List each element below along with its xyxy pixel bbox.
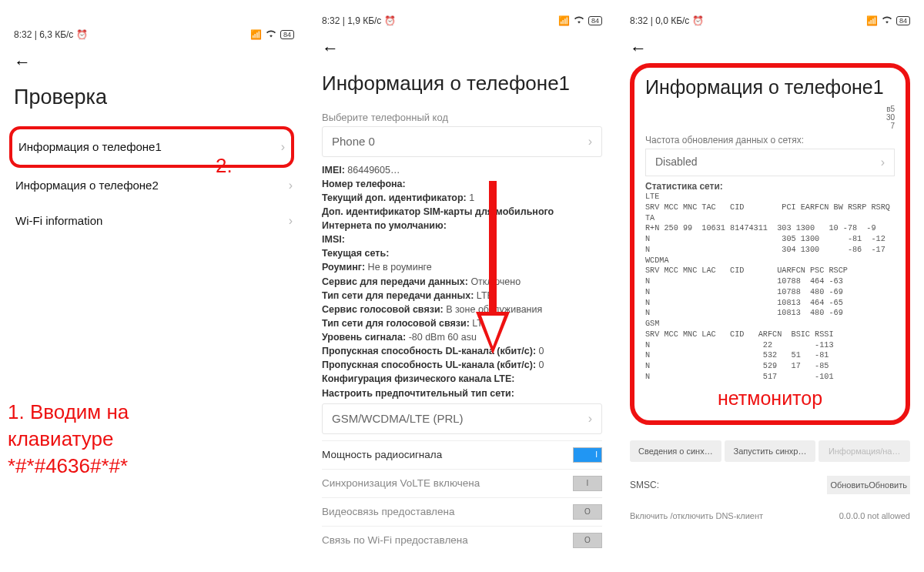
chevron-right-icon: ›	[881, 156, 885, 169]
refresh-frequency-label: Частота обновления данных о сетях:	[645, 135, 895, 146]
dns-status-value: 0.0.0.0 not allowed	[839, 511, 910, 520]
toggle-switch[interactable]: O	[573, 533, 602, 548]
toggle-row: Связь по Wi-Fi предоставленаO	[322, 526, 602, 554]
smsc-update-button[interactable]: ОбновитьОбновить	[827, 476, 910, 494]
list-item-phone-info-1[interactable]: Информация о телефоне1 ›	[17, 129, 286, 165]
status-time-speed: 8:32 | 0,0 КБ/с	[630, 15, 689, 26]
annotation-step-1: 1. Вводим на клавиатуре *#*#4636#*#*	[8, 399, 129, 480]
info-line: Пропускная способность UL-канала (кбит/с…	[322, 358, 602, 372]
select-value: Disabled	[655, 156, 697, 169]
alarm-icon: ⏰	[384, 15, 396, 26]
signal-icon: 📶	[250, 29, 262, 40]
sync-button-row: Сведения о синх… Запустить синхр… Информ…	[630, 440, 910, 462]
annotation-netmonitor: нетмонитор	[645, 387, 895, 410]
info-line: Тип сети для голосовой связи: LTE	[322, 316, 602, 330]
list-item-label: Wi-Fi information	[15, 214, 102, 227]
highlight-box-step-2: Информация о телефоне1 ›	[9, 126, 294, 168]
select-value: Phone 0	[332, 135, 375, 148]
select-label: Выберите телефонный код	[322, 112, 602, 123]
dns-toggle-label: Включить /отключить DNS-клиент	[630, 511, 763, 520]
back-button[interactable]: ←	[630, 32, 647, 62]
page-title: Информация о телефоне1	[645, 75, 895, 99]
toggle-label: Мощность радиосигнала	[322, 449, 442, 460]
chevron-right-icon: ›	[588, 412, 592, 426]
battery-icon: 84	[280, 30, 294, 39]
status-bar: 8:32 | 1,9 КБ/с ⏰ 📶 84	[322, 9, 602, 32]
toggle-switch[interactable]: O	[573, 504, 602, 520]
annotation-step-2: 2.	[216, 154, 233, 178]
network-stats-table: LTE SRV MCC MNC TAC CID PCI EARFCN BW RS…	[645, 192, 895, 383]
chevron-right-icon: ›	[289, 179, 293, 192]
alarm-icon: ⏰	[692, 15, 704, 26]
list-item-label: Информация о телефоне2	[15, 179, 159, 192]
start-sync-button[interactable]: Запустить синхр…	[725, 440, 816, 462]
toggle-label: Синхронизация VoLTE включена	[322, 477, 480, 489]
signal-icon: 📶	[866, 15, 878, 26]
battery-icon: 84	[896, 16, 910, 25]
list-item-wifi-info[interactable]: Wi-Fi information ›	[14, 203, 294, 239]
status-time-speed: 8:32 | 1,9 КБ/с	[322, 15, 381, 26]
smsc-label: SMSC:	[630, 480, 659, 490]
wifi-icon	[882, 15, 892, 27]
toggle-row: Синхронизация VoLTE включенаI	[322, 469, 602, 497]
info-line: Сервис для передачи данных: Отключено	[322, 275, 602, 289]
toggle-label: Связь по Wi-Fi предоставлена	[322, 534, 468, 546]
toggle-label: Видеосвязь предоставлена	[322, 506, 454, 517]
phone-code-select[interactable]: Phone 0 ›	[322, 126, 602, 157]
toggle-row: Видеосвязь предоставленаO	[322, 497, 602, 526]
info-line: Настроить предпочтительный тип сети:	[322, 386, 602, 400]
info-line: Текущая сеть:	[322, 246, 602, 260]
info-line: IMEI: 86449605…	[322, 163, 602, 177]
select-value: GSM/WCDMA/LTE (PRL)	[332, 412, 464, 425]
signal-icon: 📶	[558, 15, 570, 26]
info-line: Конфигурация физического канала LTE:	[322, 372, 602, 386]
sync-info-button[interactable]: Сведения о синх…	[630, 440, 721, 462]
status-bar: 8:32 | 6,3 КБ/с ⏰ 📶 84	[14, 23, 294, 46]
wifi-icon	[574, 15, 584, 27]
info-line: Доп. идентификатор SIM-карты для мобильн…	[322, 205, 602, 232]
chevron-right-icon: ›	[281, 140, 285, 154]
info-button[interactable]: Информация/на…	[819, 440, 910, 462]
list-item-phone-info-2[interactable]: Информация о телефоне2 ›	[14, 168, 294, 203]
toggle-row: Мощность радиосигналаI	[322, 440, 602, 469]
info-line: Сервис голосовой связи: В зоне обслужива…	[322, 303, 602, 316]
list-item-label: Информация о телефоне1	[18, 140, 162, 153]
preferred-network-select[interactable]: GSM/WCDMA/LTE (PRL) ›	[322, 403, 602, 434]
back-button[interactable]: ←	[14, 46, 31, 75]
info-line: Текущий доп. идентификатор: 1	[322, 191, 602, 205]
refresh-frequency-select[interactable]: Disabled ›	[645, 149, 895, 176]
wifi-icon	[266, 29, 276, 41]
info-line: Роуминг: Не в роуминге	[322, 260, 602, 274]
residual-text: в5 30 7	[645, 105, 895, 130]
toggle-switch[interactable]: I	[573, 447, 602, 463]
alarm-icon: ⏰	[76, 29, 88, 40]
chevron-right-icon: ›	[289, 214, 293, 228]
page-title: Информация о телефоне1	[322, 71, 602, 96]
battery-icon: 84	[588, 16, 602, 25]
chevron-right-icon: ›	[588, 135, 592, 149]
toggle-switch[interactable]: I	[573, 476, 602, 491]
back-button[interactable]: ←	[322, 32, 339, 62]
info-line: Пропускная способность DL-канала (кбит/с…	[322, 344, 602, 358]
network-stats-title: Статистика сети:	[645, 181, 895, 192]
info-line: Тип сети для передачи данных: LTE	[322, 289, 602, 303]
info-line: Номер телефона:	[322, 177, 602, 191]
status-bar: 8:32 | 0,0 КБ/с ⏰ 📶 84	[630, 9, 910, 32]
highlight-box-netmonitor: Информация о телефоне1 в5 30 7 Частота о…	[630, 63, 910, 425]
info-line: IMSI:	[322, 232, 602, 246]
status-time-speed: 8:32 | 6,3 КБ/с	[14, 29, 73, 40]
info-line: Уровень сигнала: -80 dBm 60 asu	[322, 330, 602, 344]
page-title: Проверка	[14, 85, 294, 111]
